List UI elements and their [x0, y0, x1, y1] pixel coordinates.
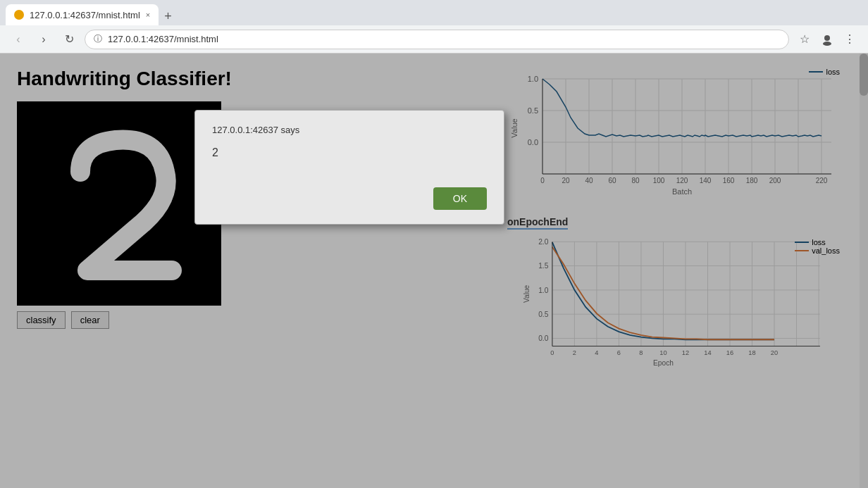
- dialog-ok-button[interactable]: OK: [433, 187, 487, 210]
- tab-title: 127.0.0.1:42637/mnist.html: [30, 10, 140, 20]
- dialog-overlay: 127.0.0.1:42637 says 2 OK: [0, 54, 868, 488]
- lock-icon: ⓘ: [94, 33, 102, 45]
- dialog-message: 2: [212, 146, 487, 159]
- tab-bar: 127.0.0.1:42637/mnist.html × +: [0, 0, 868, 25]
- browser-toolbar: ‹ › ↻ ⓘ 127.0.0.1:42637/mnist.html ☆ ⋮: [0, 25, 868, 54]
- alert-dialog: 127.0.0.1:42637 says 2 OK: [194, 110, 504, 225]
- tab-favicon: [14, 10, 24, 20]
- svg-point-1: [823, 42, 831, 46]
- account-button[interactable]: [817, 30, 837, 49]
- address-text: 127.0.0.1:42637/mnist.html: [108, 34, 218, 44]
- dialog-buttons: OK: [212, 187, 487, 210]
- new-tab-button[interactable]: +: [159, 9, 178, 24]
- page-content: Handwriting Classifier! classify clear: [0, 54, 868, 488]
- dialog-source: 127.0.0.1:42637 says: [212, 125, 487, 135]
- reload-button[interactable]: ↻: [59, 30, 79, 49]
- toolbar-right: ☆ ⋮: [795, 30, 860, 49]
- back-button[interactable]: ‹: [8, 30, 28, 49]
- active-tab[interactable]: 127.0.0.1:42637/mnist.html ×: [6, 4, 159, 25]
- address-bar[interactable]: ⓘ 127.0.0.1:42637/mnist.html: [85, 30, 789, 49]
- bookmark-button[interactable]: ☆: [795, 30, 814, 49]
- svg-point-0: [824, 35, 830, 41]
- menu-button[interactable]: ⋮: [840, 30, 860, 49]
- browser-window: 127.0.0.1:42637/mnist.html × + ‹ › ↻ ⓘ 1…: [0, 0, 868, 488]
- forward-button[interactable]: ›: [34, 30, 54, 49]
- tab-close-button[interactable]: ×: [146, 11, 150, 19]
